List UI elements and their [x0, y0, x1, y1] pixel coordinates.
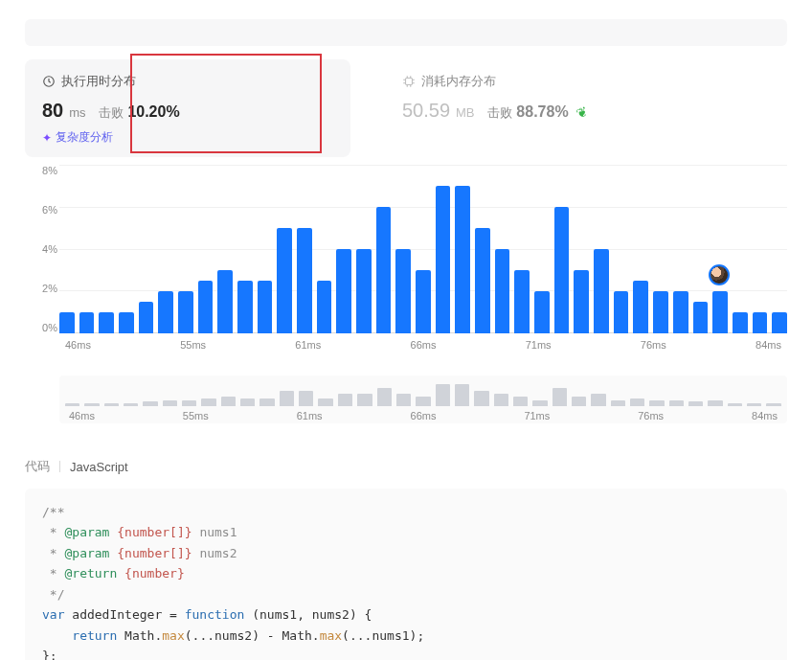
chart-bar[interactable]	[317, 281, 332, 333]
overview-x-tick: 76ms	[638, 410, 664, 421]
stats-row: 执行用时分布 80 ms 击败 10.20% ✦ 复杂度分析	[25, 59, 787, 157]
overview-x-tick: 46ms	[69, 410, 95, 421]
overview-bar	[182, 400, 196, 407]
memory-beat-value: 88.78%	[516, 103, 568, 120]
runtime-chart: 8%6%4%2%0% 46ms55ms61ms66ms71ms76ms84ms …	[25, 165, 787, 423]
chart-bar[interactable]	[712, 291, 728, 333]
chart-bar[interactable]	[455, 186, 470, 333]
overview-bar	[221, 397, 236, 406]
overview-bar	[84, 403, 99, 406]
chart-bar[interactable]	[217, 270, 233, 333]
code-section-header: 代码 JavaScript	[25, 458, 787, 475]
overview-bar	[143, 401, 157, 406]
runtime-card: 执行用时分布 80 ms 击败 10.20% ✦ 复杂度分析	[25, 59, 350, 157]
overview-x-tick: 71ms	[524, 410, 550, 421]
x-tick: 84ms	[756, 339, 781, 351]
overview-bar	[494, 394, 508, 406]
chart-bar[interactable]	[534, 291, 550, 333]
overview-x-tick: 84ms	[752, 410, 778, 421]
chart-bar[interactable]	[733, 312, 748, 333]
chart-bar[interactable]	[79, 312, 95, 333]
chart-bar[interactable]	[514, 270, 530, 333]
chart-bar[interactable]	[178, 291, 193, 333]
memory-beat-label: 击败	[487, 105, 512, 120]
chart-bar[interactable]	[495, 249, 510, 333]
chart-bar[interactable]	[297, 228, 312, 333]
overview-bar	[532, 400, 547, 407]
chip-icon	[402, 75, 416, 88]
overview-bar	[65, 403, 79, 406]
y-tick: 4%	[25, 243, 57, 255]
overview-bar	[708, 400, 722, 407]
chart-bar[interactable]	[139, 302, 154, 333]
chart-bar[interactable]	[772, 312, 787, 333]
code-label: 代码	[25, 458, 50, 475]
x-tick: 71ms	[526, 339, 552, 351]
y-tick: 6%	[25, 204, 57, 216]
chart-bar[interactable]	[475, 228, 490, 333]
x-tick: 55ms	[180, 339, 206, 351]
overview-bar	[163, 400, 177, 407]
avatar	[709, 264, 730, 285]
overview-bar	[513, 397, 528, 406]
overview-bar	[201, 398, 215, 406]
chart-bar[interactable]	[574, 270, 589, 333]
chart-bar[interactable]	[693, 302, 709, 333]
overview-bar	[474, 391, 488, 406]
overview-bar	[104, 403, 119, 406]
chart-bar[interactable]	[277, 228, 292, 333]
chart-bar[interactable]	[673, 291, 688, 333]
overview-bar	[124, 403, 138, 406]
complexity-analysis-link[interactable]: ✦ 复杂度分析	[42, 129, 113, 146]
x-tick: 61ms	[295, 339, 321, 351]
overview-x-tick: 55ms	[183, 410, 209, 421]
memory-unit: MB	[456, 105, 475, 120]
chart-bar[interactable]	[336, 249, 351, 333]
chart-bar[interactable]	[376, 207, 392, 333]
overview-bar	[630, 398, 644, 406]
overview-bar	[611, 400, 625, 407]
y-tick: 8%	[25, 165, 57, 176]
sparkle-icon: ✦	[42, 131, 52, 145]
overview-bar	[299, 391, 313, 406]
x-tick: 46ms	[65, 339, 91, 351]
chart-bar[interactable]	[99, 312, 114, 333]
y-tick: 2%	[25, 283, 57, 294]
chart-bar[interactable]	[258, 281, 273, 333]
runtime-overview-chart[interactable]: 46ms55ms61ms66ms71ms76ms84ms	[59, 376, 787, 423]
runtime-beat-label: 击败	[99, 105, 124, 120]
overview-bar	[259, 398, 274, 406]
chart-bar[interactable]	[158, 291, 173, 333]
svg-rect-1	[406, 79, 413, 85]
overview-bar	[377, 388, 392, 407]
x-tick: 76ms	[641, 339, 666, 351]
chart-bar[interactable]	[395, 249, 411, 333]
code-language: JavaScript	[70, 460, 128, 474]
overview-bar	[572, 397, 586, 406]
header-placeholder	[25, 19, 787, 46]
y-tick: 0%	[25, 322, 57, 333]
chart-bar[interactable]	[594, 249, 609, 333]
runtime-title: 执行用时分布	[61, 73, 136, 90]
chart-bar[interactable]	[237, 281, 253, 333]
chart-bar[interactable]	[59, 312, 75, 333]
chart-bar[interactable]	[119, 312, 134, 333]
overview-bar	[747, 403, 761, 406]
memory-value: 50.59	[402, 100, 450, 121]
chart-bar[interactable]	[753, 312, 768, 333]
chart-bar[interactable]	[614, 291, 629, 333]
chart-bar[interactable]	[633, 281, 648, 333]
chart-bar[interactable]	[356, 249, 372, 333]
code-block: /** * @param {number[]} nums1 * @param {…	[25, 489, 787, 660]
chart-bar[interactable]	[436, 186, 451, 333]
overview-bar	[649, 400, 664, 407]
runtime-value: 80	[42, 100, 63, 121]
chart-bar[interactable]	[554, 207, 570, 333]
chart-bar[interactable]	[416, 270, 431, 333]
runtime-unit: ms	[69, 105, 85, 120]
chart-bar[interactable]	[198, 281, 214, 333]
memory-card: 消耗内存分布 50.59 MB 击败 88.78% ❦	[385, 59, 787, 157]
overview-bar	[357, 394, 372, 406]
clock-icon	[42, 75, 56, 88]
chart-bar[interactable]	[653, 291, 668, 333]
